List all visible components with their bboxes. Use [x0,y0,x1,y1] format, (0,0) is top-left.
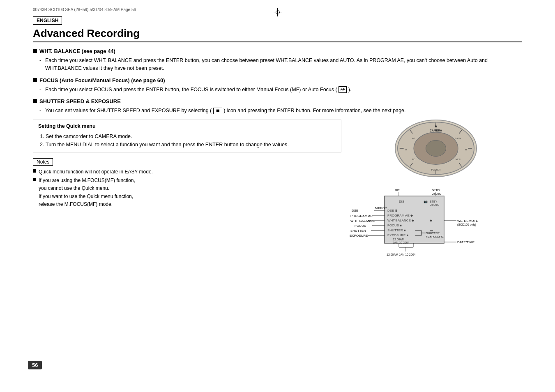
svg-text:STBY: STBY [432,188,441,192]
note-item-1: Quick menu function will not operate in … [33,168,341,176]
svg-text:SHUTTER: SHUTTER [426,232,440,235]
lcd-diagram: DIS 📷 STBY 0:00:00 DSE ▮ PROGRAM AE ◆ WH… [350,188,493,275]
quick-menu-box: Setting the Quick menu Set the camcorder… [33,120,341,152]
svg-text:PC: PC [412,158,416,161]
svg-text:WHT.BALANCE ◆: WHT.BALANCE ◆ [387,219,415,222]
section-header-wht: WHT. BALANCE (see page 44) [39,48,115,54]
svg-text:PROGRAM AE ◆: PROGRAM AE ◆ [387,214,413,217]
quick-menu-title: Setting the Quick menu [38,123,336,129]
svg-text:0:00:00: 0:00:00 [432,192,441,195]
section-header-shutter: SHUTTER SPEED & EXPOSURE [39,98,121,104]
section-content-focus: Each time you select FOCUS and press the… [39,86,522,94]
shutter-icon: ▮▮ [213,108,222,114]
af-icon: AF [339,86,347,93]
svg-text:SHUTTER ■: SHUTTER ■ [387,228,406,232]
svg-text:DSE ▮: DSE ▮ [387,209,397,212]
svg-text:WHT. BALANCE: WHT. BALANCE [350,219,375,223]
notes-box: Notes Quick menu function will not opera… [33,158,341,208]
svg-text:EXPOSURE: EXPOSURE [350,234,368,238]
section-bullet-wht [33,49,37,53]
notes-content: Quick menu function will not operate in … [33,168,341,208]
english-badge: ENGLISH [33,16,62,25]
svg-text:📷: 📷 [424,199,428,203]
section-content-wht: Each time you select WHT. BALANCE and pr… [39,57,522,72]
svg-text:SHUTTER: SHUTTER [350,229,366,233]
note-bullet-1 [33,169,36,173]
note-text-2: If you are using the M.FOCUS(MF) functio… [39,177,135,208]
svg-text:DIS: DIS [395,188,400,192]
note-text-1: Quick menu function will not operate in … [39,168,153,176]
svg-text:(SCD105 only): (SCD105 only) [457,223,476,226]
svg-text:PROGRAM AE: PROGRAM AE [350,214,373,218]
svg-text:MIRROR: MIRROR [375,207,387,210]
svg-text:0:00:00: 0:00:00 [430,203,439,206]
svg-text:M: M [465,148,467,151]
page-container: 00743R SCD103 SEA (28~59) 5/31/04 8:59 A… [0,0,555,392]
quick-menu-step-1: Set the camcorder to CAMERA mode. [46,132,336,141]
quick-menu-step-2: Turn the MENU DIAL to select a function … [46,141,336,149]
svg-text:STBY: STBY [430,200,438,203]
crosshair-top [274,8,282,16]
page-number-badge: 56 [28,361,42,369]
svg-text:DATE/TIME: DATE/TIME [457,240,474,244]
svg-text:/ EXPOSURE: / EXPOSURE [426,235,444,238]
svg-text:VCR: VCR [456,158,461,161]
svg-point-2 [426,140,446,156]
note-bullet-2 [33,178,36,181]
camera-dial-image: CAMERA EASY M VCR PLAYER PC A AE [395,120,477,177]
left-column: Setting the Quick menu Set the camcorder… [33,120,341,275]
svg-text:FOCUS: FOCUS [355,224,366,228]
section-focus: FOCUS (Auto Focus/Manual Focus) (see pag… [33,77,522,94]
right-column: CAMERA EASY M VCR PLAYER PC A AE [350,120,522,275]
svg-text:A: A [405,148,407,151]
svg-text:CAMERA: CAMERA [430,129,442,132]
diagram-svg: DIS 📷 STBY 0:00:00 DSE ▮ PROGRAM AE ◆ WH… [350,188,493,274]
svg-text:AE: AE [412,137,415,140]
svg-text:12:00AM   JAN 10 2004: 12:00AM JAN 10 2004 [387,253,416,256]
section-content-shutter: You can set values for SHUTTER SPEED and… [39,107,522,115]
dial-svg: CAMERA EASY M VCR PLAYER PC A AE [396,120,476,177]
section-bullet-shutter [33,99,37,103]
section-wht-balance: WHT. BALANCE (see page 44) Each time you… [33,48,522,72]
svg-text:FOCUS ■: FOCUS ■ [387,224,402,227]
svg-text:EASY: EASY [455,137,461,140]
svg-text:DSE: DSE [352,209,358,212]
note-item-2: If you are using the M.FOCUS(MF) functio… [33,177,341,208]
svg-text:12:00AM: 12:00AM [393,238,404,241]
svg-text:◆: ◆ [430,219,433,222]
svg-text:WL. REMOTE: WL. REMOTE [457,219,478,223]
section-bullet-focus [33,78,37,82]
section-shutter: SHUTTER SPEED & EXPOSURE You can set val… [33,98,522,115]
svg-text:JAN 10 2004: JAN 10 2004 [393,241,410,244]
quick-menu-steps: Set the camcorder to CAMERA mode. Turn t… [38,132,336,149]
svg-text:PLAYER: PLAYER [431,168,441,171]
section-header-focus: FOCUS (Auto Focus/Manual Focus) (see pag… [39,77,165,83]
svg-text:DIS: DIS [399,200,404,203]
svg-text:EXPOSURE ■: EXPOSURE ■ [387,233,409,237]
header-meta: 00743R SCD103 SEA (28~59) 5/31/04 8:59 A… [33,7,136,12]
main-title: Advanced Recording [33,27,522,42]
notes-label: Notes [33,158,53,166]
